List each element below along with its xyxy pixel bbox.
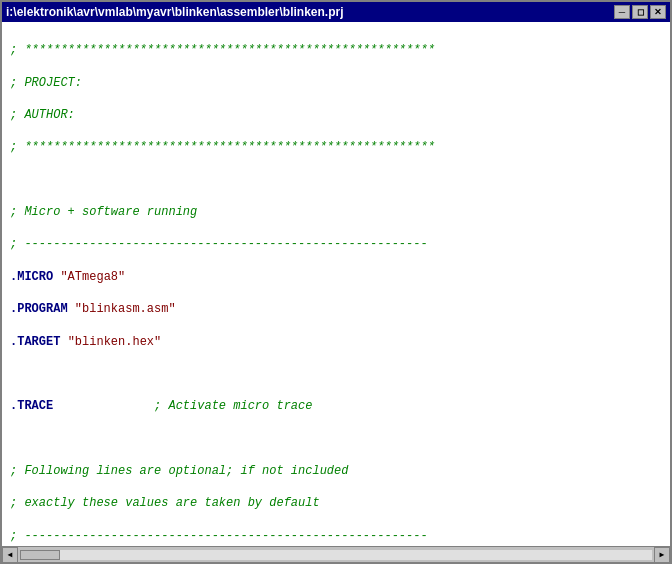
main-window: i:\elektronik\avr\vmlab\myavr\blinken\as… <box>0 0 672 564</box>
code-line: ; **************************************… <box>10 139 662 155</box>
close-button[interactable]: ✕ <box>650 5 666 19</box>
code-line: ; AUTHOR: <box>10 107 662 123</box>
content-area: ; **************************************… <box>2 22 670 562</box>
scroll-track-horizontal[interactable] <box>20 550 652 560</box>
code-line: .TARGET "blinken.hex" <box>10 334 662 350</box>
scroll-right-button[interactable]: ▶ <box>654 547 670 563</box>
code-line: ; Following lines are optional; if not i… <box>10 463 662 479</box>
code-editor[interactable]: ; **************************************… <box>2 22 670 546</box>
scroll-left-button[interactable]: ◀ <box>2 547 18 563</box>
title-bar: i:\elektronik\avr\vmlab\myavr\blinken\as… <box>2 2 670 22</box>
code-line: ; Micro + software running <box>10 204 662 220</box>
code-line: ; **************************************… <box>10 42 662 58</box>
horizontal-scrollbar[interactable]: ◀ ▶ <box>2 546 670 562</box>
code-line: ; PROJECT: <box>10 75 662 91</box>
code-line: .MICRO "ATmega8" <box>10 269 662 285</box>
code-line: ; --------------------------------------… <box>10 236 662 252</box>
code-line: ; --------------------------------------… <box>10 528 662 544</box>
scroll-thumb-horizontal[interactable] <box>20 550 60 560</box>
code-line: ; exactly these values are taken by defa… <box>10 495 662 511</box>
code-line <box>10 431 662 447</box>
window-title: i:\elektronik\avr\vmlab\myavr\blinken\as… <box>6 5 343 19</box>
code-line: .PROGRAM "blinkasm.asm" <box>10 301 662 317</box>
code-line: .TRACE ; Activate micro trace <box>10 398 662 414</box>
code-line <box>10 172 662 188</box>
window-buttons: ─ ◻ ✕ <box>614 5 666 19</box>
restore-button[interactable]: ◻ <box>632 5 648 19</box>
code-line <box>10 366 662 382</box>
minimize-button[interactable]: ─ <box>614 5 630 19</box>
